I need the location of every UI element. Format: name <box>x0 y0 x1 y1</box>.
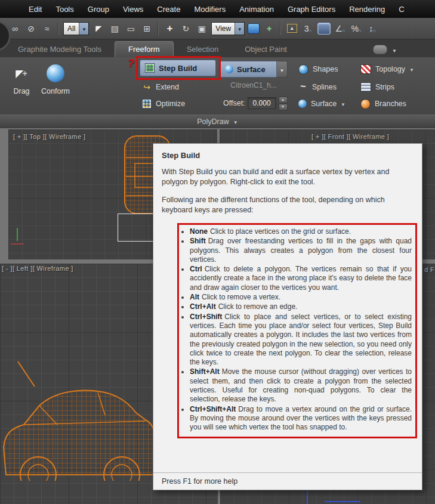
select-and-rotate-icon[interactable]: ↻ <box>179 22 192 35</box>
magnet-icon: ∩ <box>342 29 345 33</box>
chevron-down-icon[interactable] <box>341 100 345 108</box>
tooltip-bullet: Shift+AltMove the mouse cursor (without … <box>190 367 412 404</box>
select-and-manipulate-icon[interactable]: + <box>263 22 276 35</box>
rectangular-selection-region-icon[interactable]: ▭ <box>124 22 137 35</box>
tooltip-title: Step Build <box>162 151 414 160</box>
surface-dropdown-label: Surface <box>237 65 266 74</box>
tooltip-intro: With Step Build you can build and edit a… <box>162 167 414 187</box>
bullet-text: Click to delete a polygon. The vertices … <box>190 265 412 292</box>
select-and-scale-icon[interactable]: ▣ <box>195 22 208 35</box>
select-and-move-icon[interactable]: + <box>163 22 176 35</box>
conform-tool-button[interactable]: Conform <box>38 60 73 111</box>
menu-graph-editors[interactable]: Graph Editors <box>288 5 335 14</box>
ribbon-display-toggle-icon[interactable] <box>373 45 387 54</box>
bullet-text: Drag over freestanding vertices to fill … <box>190 237 412 264</box>
splines-button[interactable]: ~ Splines <box>298 80 337 94</box>
menu-animation[interactable]: Animation <box>239 5 274 14</box>
chevron-down-icon[interactable] <box>233 118 238 126</box>
tab-graphite-modeling-tools[interactable]: Graphite Modeling Tools <box>5 42 115 57</box>
magnet-icon: ∩ <box>372 29 376 33</box>
tooltip-following: Following are the different functions of… <box>162 195 414 215</box>
unlink-selection-icon[interactable]: ⊘ <box>24 22 38 35</box>
surface-dropdown-arrow[interactable] <box>277 61 288 78</box>
bullet-text: Click to place and select vertices, or t… <box>190 313 412 366</box>
offset-control: Offset: 0.000 <box>223 97 288 110</box>
toolbar-separator <box>58 22 59 35</box>
menu-tools[interactable]: Tools <box>55 5 73 14</box>
menu-modifiers[interactable]: Modifiers <box>194 5 226 14</box>
step-build-icon <box>145 63 155 73</box>
offset-spinner-up[interactable] <box>279 97 288 103</box>
drag-tool-button[interactable]: ◤ + Drag <box>6 60 37 111</box>
dropdown-arrow-icon[interactable] <box>235 23 244 35</box>
extend-button[interactable]: ↪ Extend <box>142 80 179 94</box>
chevron-down-icon[interactable] <box>409 65 414 73</box>
menu-create[interactable]: Create <box>157 5 180 14</box>
offset-spinner-down[interactable] <box>279 104 288 110</box>
toolbar-separator <box>280 22 281 35</box>
selection-filter-dropdown[interactable]: All <box>63 22 89 35</box>
chevron-down-icon[interactable] <box>392 44 397 55</box>
reference-coordinate-value: View <box>212 23 235 35</box>
surface-row-button[interactable]: Surface <box>298 97 345 111</box>
viewport-top-label[interactable]: [ + ][ Top ][ Wireframe ] <box>13 133 85 140</box>
select-by-name-icon[interactable]: ▤ <box>108 22 121 35</box>
axis-x-gizmo <box>11 243 24 245</box>
ribbon-panel-polydraw: ◤ + Drag Conform ? Step Build ↪ Extend O… <box>0 57 435 115</box>
bullet-text: Click to place vertices on the grid or s… <box>210 227 351 236</box>
bullet-key: Shift <box>190 237 206 245</box>
graphite-ribbon-toggle-icon[interactable] <box>317 23 331 35</box>
angle-snap-icon[interactable]: ∠∩ <box>334 22 347 35</box>
strips-button[interactable]: Strips <box>360 80 394 94</box>
spinner-snap-icon[interactable]: ↕∩ <box>366 22 379 35</box>
branches-button[interactable]: Branches <box>360 97 406 111</box>
menu-group[interactable]: Group <box>88 5 109 14</box>
tab-object-paint[interactable]: Object Paint <box>232 42 300 57</box>
bullet-text: Move the mouse cursor (without dragging)… <box>190 367 412 403</box>
axis-z-tick <box>325 501 360 502</box>
bind-to-space-warp-icon[interactable]: ≈ <box>41 22 54 35</box>
offset-value: 0.000 <box>253 99 271 107</box>
window-crossing-icon[interactable]: ⊞ <box>140 22 153 35</box>
menu-customize-clipped[interactable]: C <box>399 5 404 14</box>
splines-label: Splines <box>312 83 337 91</box>
viewport-label-fragment: d F <box>424 266 434 273</box>
branches-label: Branches <box>375 100 406 108</box>
reference-coordinate-dropdown[interactable]: View <box>211 22 245 35</box>
use-pivot-point-icon[interactable] <box>248 23 260 34</box>
surface-mode-dropdown[interactable]: Surface <box>220 61 288 78</box>
percent-snap-icon[interactable]: %∩ <box>350 22 363 35</box>
tooltip-footer: Press F1 for more help <box>153 472 422 490</box>
step-build-label: Step Build <box>159 64 197 73</box>
axis-y-gizmo <box>17 228 18 241</box>
bullet-key: Ctrl+Alt <box>190 302 216 311</box>
tooltip-bullet: CtrlClick to delete a polygon. The verti… <box>190 265 412 292</box>
bullet-key: Shift+Alt <box>190 367 220 376</box>
offset-input[interactable]: 0.000 <box>248 97 276 109</box>
tooltip-bullet: NoneClick to place vertices on the grid … <box>190 227 412 236</box>
mirror-icon[interactable]: ▲ <box>287 24 297 33</box>
topology-button[interactable]: Topology <box>360 62 414 76</box>
shapes-icon <box>298 64 308 75</box>
selection-marquee <box>118 214 158 242</box>
optimize-button[interactable]: Optimize <box>142 97 185 111</box>
menu-edit[interactable]: Edit <box>29 5 42 14</box>
surface-sphere-icon <box>225 65 233 73</box>
polydraw-panel-title[interactable]: PolyDraw <box>0 115 435 128</box>
viewport-front-label[interactable]: [ + ][ Front ][ Wireframe ] <box>311 133 389 140</box>
surface-object-name: CitroenC1_h... <box>220 81 288 89</box>
viewport-left-label[interactable]: [ - ][ Left ][ Wireframe ] <box>2 265 73 272</box>
menu-rendering[interactable]: Rendering <box>349 5 385 14</box>
step-build-button[interactable]: Step Build <box>140 60 216 76</box>
snap-toggle-icon[interactable]: 3∩ <box>301 22 314 35</box>
tooltip-bullet: AltClick to remove a vertex. <box>190 293 412 302</box>
conform-label: Conform <box>41 87 70 95</box>
tab-freeform[interactable]: Freeform <box>115 41 174 57</box>
dropdown-arrow-icon[interactable] <box>79 23 88 35</box>
shapes-button[interactable]: Shapes <box>298 62 338 76</box>
offset-label: Offset: <box>223 99 245 107</box>
step-build-tooltip: Step Build With Step Build you can build… <box>153 143 422 490</box>
menu-views[interactable]: Views <box>123 5 143 14</box>
select-object-icon[interactable]: ◤ <box>92 22 105 35</box>
tab-selection[interactable]: Selection <box>174 42 232 57</box>
